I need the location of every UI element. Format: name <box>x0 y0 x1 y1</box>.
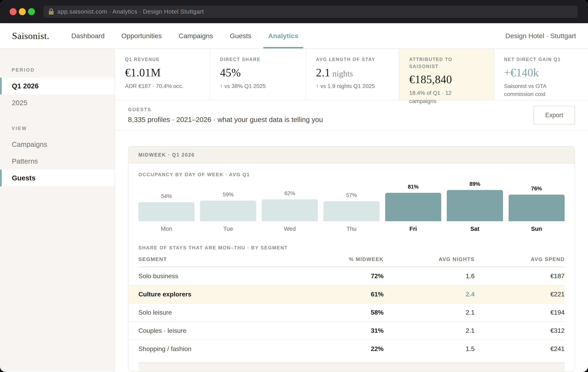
app-header: Saisonist. DashboardOpportunitiesCampaig… <box>0 23 588 49</box>
sidebar-item-2025[interactable]: 2025 <box>0 94 115 111</box>
segment-cell: Solo leisure <box>128 309 334 316</box>
midweek-cell: 61% <box>334 291 384 298</box>
nav-item-dashboard[interactable]: Dashboard <box>63 23 113 48</box>
kpi-subtext: ↑ vs 38% Q1 2025 <box>220 82 290 90</box>
kpi-subtext: ADR €187 · 70.4% occ. <box>125 82 195 90</box>
avg-spend-cell: €221 <box>475 291 565 298</box>
table-row-couples-leisure[interactable]: Couples · leisure31%2.1€312 <box>128 322 565 340</box>
table-row-solo-leisure[interactable]: Solo leisure58%2.1€194 <box>128 304 565 322</box>
kpi-value: €185,840 <box>409 74 486 85</box>
browser-titlebar: app.saisonist.com · Analytics · Design H… <box>0 0 588 23</box>
bar-value-label: 54% <box>138 193 194 199</box>
kpi-subtext: Saisonist vs OTA commission cost <box>504 82 574 98</box>
kpi-value: +€140k <box>504 67 581 78</box>
guests-section-label: GUESTS <box>128 107 323 112</box>
address-bar[interactable]: app.saisonist.com · Analytics · Design H… <box>43 6 578 18</box>
day-label: Sun <box>509 226 565 232</box>
guests-header: GUESTS 8,335 profiles · 2021–2026 · what… <box>115 100 588 130</box>
bar-fri <box>385 193 441 221</box>
occupancy-bar-chart: 54%Mon59%Tue62%Wed57%Thu81%Fri89%Sat76%S… <box>138 181 565 232</box>
bar-sat <box>447 190 503 221</box>
close-window-button[interactable] <box>10 8 17 15</box>
bar-tue <box>200 201 256 221</box>
app-logo[interactable]: Saisonist. <box>12 23 49 48</box>
kpi-value: 45% <box>220 67 298 78</box>
bar-mon <box>138 202 194 221</box>
nav-item-guests[interactable]: Guests <box>221 23 260 48</box>
day-label: Tue <box>200 226 256 232</box>
chart-column-mon: 54%Mon <box>138 193 194 232</box>
chart-column-thu: 57%Thu <box>323 192 379 232</box>
kpi-card-direct-share: DIRECT SHARE45%↑ vs 38% Q1 2025 <box>210 49 306 100</box>
bar-sun <box>509 195 565 221</box>
midweek-card-header: MIDWEEK · Q1 2026 <box>128 147 575 163</box>
export-button[interactable]: Export <box>533 106 575 125</box>
table-row-shopping-fashion[interactable]: Shopping / fashion22%1.5€241 <box>128 340 565 358</box>
midweek-cell: 22% <box>334 345 384 353</box>
sidebar-section-gap <box>0 111 115 126</box>
kpi-label: DIRECT SHARE <box>220 56 286 63</box>
nav-item-opportunities[interactable]: Opportunities <box>113 23 170 48</box>
avg-nights-cell: 2.1 <box>384 309 475 316</box>
bar-wed <box>262 199 318 221</box>
nav-item-analytics[interactable]: Analytics <box>260 23 307 48</box>
address-bar-url: app.saisonist.com · Analytics · Design H… <box>57 8 204 15</box>
table-row-solo-business[interactable]: Solo business72%1.6€187 <box>128 267 565 285</box>
avg-spend-cell: €241 <box>475 345 565 353</box>
avg-nights-cell: 1.5 <box>384 345 475 353</box>
avg-nights-cell: 2.4 <box>384 291 475 298</box>
kpi-label: NET DIRECT GAIN Q1 <box>504 56 570 63</box>
nav-item-campaigns[interactable]: Campaigns <box>170 23 221 48</box>
kpi-card-avg-length-of-stay: AVG LENGTH OF STAY2.1 nights↑ vs 1.9 nig… <box>306 49 399 100</box>
kpi-card-q1-revenue: Q1 REVENUE€1.01MADR €187 · 70.4% occ. <box>115 49 210 100</box>
midweek-cell: 31% <box>334 327 384 334</box>
sidebar: PERIODQ1 20262025VIEWCampaignsPatternsGu… <box>0 49 115 372</box>
kpi-value-suffix: nights <box>330 69 353 78</box>
chart-column-tue: 59%Tue <box>200 191 256 232</box>
midweek-card: MIDWEEK · Q1 2026 OCCUPANCY BY DAY OF WE… <box>128 146 575 372</box>
avg-spend-cell: €312 <box>475 327 565 334</box>
segment-table-title: SHARE OF STAYS THAT ARE MON–THU · BY SEG… <box>138 245 565 251</box>
segment-table-body: Solo business72%1.6€187Culture explorers… <box>128 267 565 358</box>
kpi-card-net-direct-gain-q1: NET DIRECT GAIN Q1+€140kSaisonist vs OTA… <box>494 49 588 100</box>
bar-value-label: 62% <box>262 191 318 197</box>
lock-icon <box>49 8 54 15</box>
midweek-cell: 72% <box>334 272 384 280</box>
sidebar-item-patterns[interactable]: Patterns <box>0 153 115 170</box>
sidebar-item-guests[interactable]: Guests <box>0 170 115 186</box>
avg-nights-cell: 2.1 <box>384 327 475 334</box>
day-label: Sat <box>447 226 503 232</box>
main-nav: DashboardOpportunitiesCampaignsGuestsAna… <box>63 23 307 48</box>
segment-cell: Couples · leisure <box>128 327 334 334</box>
sidebar-section-label-period: PERIOD <box>0 67 115 73</box>
segment-cell: Solo business <box>128 272 334 280</box>
app-shell: PERIODQ1 20262025VIEWCampaignsPatternsGu… <box>0 49 588 372</box>
kpi-label: ATTRIBUTED TO SAISONIST <box>409 56 475 70</box>
segment-cell: Culture explorers <box>128 291 334 298</box>
zoom-window-button[interactable] <box>28 8 35 15</box>
bar-value-label: 59% <box>200 191 256 198</box>
chart-column-sun: 76%Sun <box>509 186 565 232</box>
account-label[interactable]: Design Hotel · Stuttgart <box>505 23 576 48</box>
bar-value-label: 81% <box>385 184 441 190</box>
table-row-culture-explorers[interactable]: Culture explorers61%2.4€221 <box>128 285 565 304</box>
guests-subtitle: 8,335 profiles · 2021–2026 · what your g… <box>128 116 323 124</box>
main-content: Q1 REVENUE€1.01MADR €187 · 70.4% occ.DIR… <box>115 49 588 372</box>
kpi-subtext: ↑ vs 1.9 nights Q1 2025 <box>316 82 386 90</box>
sidebar-section-label-view: VIEW <box>0 126 115 131</box>
occupancy-chart-title: OCCUPANCY BY DAY OF WEEK · AVG Q1 <box>138 172 565 177</box>
avg-spend-cell: €194 <box>475 309 565 316</box>
midweek-card-body: OCCUPANCY BY DAY OF WEEK · AVG Q1 54%Mon… <box>128 172 575 372</box>
guests-header-text: GUESTS 8,335 profiles · 2021–2026 · what… <box>128 107 323 124</box>
kpi-value: €1.01M <box>125 67 202 78</box>
chart-column-sat: 89%Sat <box>447 181 503 232</box>
kpi-label: Q1 REVENUE <box>125 56 191 63</box>
traffic-lights <box>10 8 35 15</box>
bar-value-label: 76% <box>509 186 565 192</box>
column-header-segment: SEGMENT <box>128 256 334 262</box>
bar-thu <box>323 201 379 221</box>
column-header-avg-spend: AVG SPEND <box>475 256 565 262</box>
sidebar-item-q1-2026[interactable]: Q1 2026 <box>0 78 115 94</box>
minimize-window-button[interactable] <box>19 8 26 15</box>
sidebar-item-campaigns[interactable]: Campaigns <box>0 136 115 153</box>
